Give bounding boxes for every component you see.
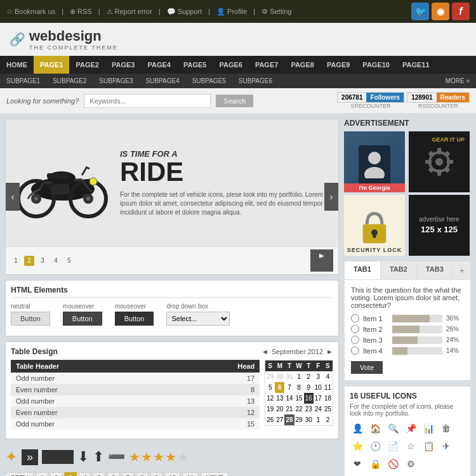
nav-page1[interactable]: PAGE1 xyxy=(34,56,69,74)
page-5[interactable]: 5 xyxy=(93,472,105,476)
sub-nav-3[interactable]: SUBPAGE3 xyxy=(93,74,139,88)
nav-page11[interactable]: PAGE11 xyxy=(396,56,436,74)
profile-link[interactable]: 👤 Profile xyxy=(216,8,247,16)
svg-rect-15 xyxy=(51,184,69,194)
dot-1[interactable]: 1 xyxy=(11,256,21,266)
report-link[interactable]: ⚠ Report error xyxy=(107,8,152,16)
table-design-box: Table Design ◄ September 2012 ► Table He… xyxy=(5,341,339,439)
nav-page3[interactable]: PAGE3 xyxy=(105,56,141,74)
nav-page7[interactable]: PAGE7 xyxy=(249,56,284,74)
mouseover2-button[interactable]: Button xyxy=(115,312,154,326)
dot-5[interactable]: 5 xyxy=(64,256,74,266)
sub-nav-1[interactable]: SUBPAGE1 xyxy=(0,74,46,88)
nav-page9[interactable]: PAGE9 xyxy=(321,56,356,74)
dot-3[interactable]: 3 xyxy=(37,256,48,266)
svg-point-19 xyxy=(435,158,443,166)
page-6[interactable]: 6 xyxy=(107,472,120,476)
neutral-button[interactable]: Button xyxy=(11,312,50,326)
twitter-icon[interactable]: 🐦 xyxy=(411,3,429,20)
cal-body: 293031 1234 567891011 12131415161718 192… xyxy=(265,371,333,425)
slider-next[interactable]: › xyxy=(324,183,338,211)
page-3[interactable]: 3 xyxy=(64,472,77,476)
tab-question: This is the question for the what the vo… xyxy=(351,286,464,309)
sub-nav-4[interactable]: SUBPAGE4 xyxy=(140,74,186,88)
page-4[interactable]: 4 xyxy=(79,472,91,476)
page-7[interactable]: 7 xyxy=(122,472,135,476)
search-bar: Looking for something? Search 206781 Fol… xyxy=(0,88,476,114)
prev-button[interactable]: PREV xyxy=(5,472,34,476)
tab-tab3[interactable]: TAB3 xyxy=(417,261,453,279)
icon-home: 🏠 xyxy=(367,421,383,436)
cal-prev[interactable]: ◄ xyxy=(261,348,268,355)
nav-home[interactable]: HOME xyxy=(0,56,34,74)
sub-nav-6[interactable]: SUBPAGE6 xyxy=(232,74,279,88)
poll-label-3: Item 3 xyxy=(363,336,388,344)
table-calendar-row: Table Header Head Odd number17 Even numb… xyxy=(11,360,333,433)
table-row: Odd number15 xyxy=(11,418,260,430)
nav-page10[interactable]: PAGE10 xyxy=(356,56,396,74)
page-10[interactable]: 10 xyxy=(164,472,180,476)
nav-page4[interactable]: PAGE4 xyxy=(141,56,176,74)
more-button[interactable]: MORE » xyxy=(439,74,476,88)
dot-4[interactable]: 4 xyxy=(51,256,61,266)
calendar: SMTWTFS 293031 1234 567891011 1213141516… xyxy=(265,360,333,426)
poll-radio-1[interactable] xyxy=(351,314,359,322)
lock-label: SECURITY LOCK xyxy=(347,247,402,253)
sub-nav-2[interactable]: SUBPAGE2 xyxy=(46,74,93,88)
read-more-button[interactable]: ▶ READ MORE xyxy=(310,249,333,272)
poll-bar-wrap-3 xyxy=(392,336,442,344)
star-rating: ★ ★ ★ ★ ★ xyxy=(129,449,188,465)
nav-page6[interactable]: PAGE6 xyxy=(213,56,248,74)
svg-point-16 xyxy=(368,152,381,164)
georgia-button[interactable]: I'm Georgia xyxy=(344,183,405,192)
icon-lock: 🔒 xyxy=(367,456,383,472)
tab-tab1[interactable]: TAB1 xyxy=(345,261,381,279)
icon-clock: 🕐 xyxy=(367,439,383,454)
rss-icon[interactable]: ◉ xyxy=(432,3,449,20)
logo-subtitle: THE COMPLETE THEME xyxy=(29,44,118,51)
support-link[interactable]: 💬 Support xyxy=(167,8,202,16)
tab-add[interactable]: + xyxy=(453,261,471,279)
page-9[interactable]: 9 xyxy=(150,472,163,476)
nav-page8[interactable]: PAGE8 xyxy=(284,56,320,74)
page-11[interactable]: 11 xyxy=(182,472,198,476)
search-input[interactable] xyxy=(84,94,211,108)
page-2[interactable]: 2 xyxy=(50,472,63,476)
icon-search: 🔍 xyxy=(385,421,400,436)
poll-bar-4 xyxy=(392,347,407,355)
poll-label-2: Item 2 xyxy=(363,326,388,333)
page-1[interactable]: 1 xyxy=(36,472,48,476)
table-row: Odd number13 xyxy=(11,395,260,407)
icon-heart: ❤ xyxy=(350,456,365,472)
rss-link[interactable]: ⊕ RSS xyxy=(70,8,92,16)
tab-content: This is the question for the what the vo… xyxy=(345,280,470,380)
readers-counter: 128901 Readers xyxy=(407,92,470,103)
poll-bar-2 xyxy=(392,326,420,333)
slider-prev[interactable]: ‹ xyxy=(6,183,20,211)
poll-item-1: Item 1 36% xyxy=(351,314,464,322)
page-8[interactable]: 8 xyxy=(136,472,149,476)
dropdown-select[interactable]: Select... Option 1 Option 2 xyxy=(166,312,230,326)
icon-trash: 🗑 xyxy=(439,421,454,436)
poll-radio-3[interactable] xyxy=(351,336,359,344)
feather-icon[interactable]: f xyxy=(452,3,470,20)
vote-button[interactable]: Vote xyxy=(351,361,383,374)
nav-page2[interactable]: PAGE2 xyxy=(69,56,105,74)
nav-page5[interactable]: PAGE5 xyxy=(177,56,213,74)
next-button[interactable]: NEXT xyxy=(201,472,229,476)
poll-bar-1 xyxy=(392,315,430,322)
icon-pin: 📌 xyxy=(403,421,418,436)
setting-link[interactable]: ⚙ Setting xyxy=(261,8,291,16)
cal-next[interactable]: ► xyxy=(326,348,333,355)
star-1: ★ xyxy=(129,449,140,465)
sub-nav-5[interactable]: SUBPAGE5 xyxy=(186,74,232,88)
poll-radio-2[interactable] xyxy=(351,325,359,333)
tab-tab2[interactable]: TAB2 xyxy=(381,261,417,279)
readers-sublabel: RSSCOUNTER xyxy=(407,103,470,109)
search-button[interactable]: Search xyxy=(216,95,253,107)
poll-radio-4[interactable] xyxy=(351,347,359,355)
mouseover1-button[interactable]: Button xyxy=(63,312,102,326)
logo-icon: 🔗 xyxy=(10,32,25,47)
dot-2[interactable]: 2 xyxy=(24,256,34,266)
bookmark-link[interactable]: ☆ Bookmark us xyxy=(6,8,55,16)
